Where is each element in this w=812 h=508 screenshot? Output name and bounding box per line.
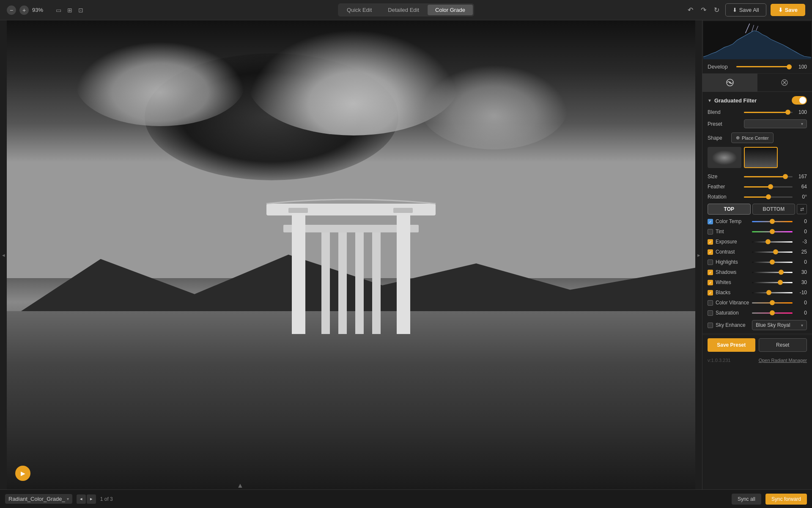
color-vibrance-slider[interactable] (752, 302, 793, 304)
feather-thumb[interactable] (768, 184, 773, 189)
shape-oval-option[interactable] (708, 147, 741, 168)
whites-slider[interactable] (752, 282, 793, 283)
contrast-checkbox[interactable] (708, 249, 713, 255)
reset-button[interactable]: Reset (759, 338, 807, 352)
saturation-checkbox[interactable] (708, 310, 713, 316)
whites-thumb[interactable] (778, 280, 783, 285)
right-panel-toggle[interactable]: ▸ (695, 20, 702, 489)
blacks-checkbox[interactable] (708, 290, 713, 295)
saturation-slider[interactable] (752, 312, 793, 314)
color-vibrance-label: Color Vibrance (716, 300, 749, 306)
sky-enhance-row: Sky Enhance Blue Sky Royal ▾ (702, 318, 812, 332)
top-segment-button[interactable]: TOP (708, 204, 751, 215)
section-chevron-icon[interactable]: ▼ (708, 98, 712, 103)
sky-enhance-checkbox[interactable] (708, 323, 713, 328)
develop-slider-thumb[interactable] (787, 64, 792, 69)
open-radiant-manager-button[interactable]: Open Radiant Manager (759, 358, 807, 363)
feather-fill (744, 186, 771, 188)
prev-image-button[interactable]: ◂ (77, 494, 86, 504)
version-text: v:1.0.3.231 (708, 358, 730, 363)
zoom-minus-button[interactable]: − (7, 6, 16, 15)
play-button[interactable]: ▶ (15, 466, 30, 481)
shape-gradient-option[interactable] (744, 147, 778, 168)
color-temp-checkbox[interactable] (708, 219, 713, 224)
contrast-slider[interactable] (752, 251, 793, 253)
tab-color-grade[interactable]: Color Grade (428, 5, 473, 15)
place-center-button[interactable]: ⊕ Place Center (731, 133, 774, 143)
swap-button[interactable]: ⇄ (797, 204, 807, 214)
preset-dropdown[interactable]: ▾ (744, 119, 807, 128)
whites-checkbox[interactable] (708, 280, 713, 285)
page-current: 1 (100, 496, 103, 502)
bottom-segment-button[interactable]: BOTTOM (752, 204, 796, 215)
contrast-label: Contrast (716, 249, 749, 255)
refresh-button[interactable]: ↻ (712, 4, 721, 16)
save-preset-button[interactable]: Save Preset (708, 338, 755, 352)
page-separator: of (104, 496, 109, 502)
compare-view-icon[interactable]: ⊡ (77, 6, 85, 14)
tint-slider[interactable] (752, 231, 793, 232)
saturation-thumb[interactable] (770, 310, 775, 315)
blend-thumb[interactable] (785, 110, 790, 115)
single-view-icon[interactable]: ▭ (54, 6, 63, 14)
rotation-thumb[interactable] (766, 194, 771, 199)
highlights-slider[interactable] (752, 262, 793, 263)
blacks-thumb[interactable] (766, 290, 771, 295)
shadows-slider[interactable] (752, 272, 793, 273)
save-all-button[interactable]: ⬇ Save All (725, 3, 766, 17)
rotation-slider[interactable] (744, 196, 793, 198)
bottom-action-row: Save Preset Reset (702, 334, 812, 355)
blend-slider[interactable] (744, 112, 793, 113)
gradient-shape (745, 148, 777, 167)
tint-thumb[interactable] (770, 229, 775, 234)
shadows-checkbox[interactable] (708, 270, 713, 275)
split-view-icon[interactable]: ⊞ (66, 6, 74, 14)
save-button[interactable]: ⬇ Save (771, 4, 805, 16)
torii-gate (262, 195, 440, 339)
feather-slider[interactable] (744, 186, 793, 188)
highlights-thumb[interactable] (770, 260, 775, 265)
left-arrow-icon: ◂ (2, 252, 5, 258)
whites-row: Whites 30 (702, 277, 812, 287)
color-vibrance-thumb[interactable] (770, 300, 775, 305)
collapse-filmstrip-button[interactable]: ▲ (237, 482, 244, 489)
tab-quick-edit[interactable]: Quick Edit (339, 5, 379, 15)
tint-checkbox[interactable] (708, 229, 713, 235)
blend-row: Blend 100 (702, 107, 812, 117)
blacks-slider[interactable] (752, 292, 793, 293)
histogram (703, 21, 811, 59)
svg-rect-6 (338, 232, 347, 334)
exposure-checkbox[interactable] (708, 239, 713, 245)
color-temp-thumb[interactable] (770, 219, 775, 224)
size-thumb[interactable] (783, 174, 788, 179)
exposure-thumb[interactable] (765, 239, 771, 244)
filmstrip-name[interactable]: Radiant_Color_Grade_ ▾ (5, 494, 72, 504)
highlights-label: Highlights (716, 259, 749, 265)
sync-forward-button[interactable]: Sync forward (765, 494, 807, 505)
exposure-slider[interactable] (752, 241, 793, 243)
next-image-button[interactable]: ▸ (87, 494, 96, 504)
tint-label: Tint (716, 229, 749, 235)
contrast-thumb[interactable] (773, 249, 778, 254)
shadows-thumb[interactable] (779, 270, 784, 275)
tab-mask-icon[interactable] (702, 74, 757, 91)
svg-rect-9 (288, 208, 308, 213)
zoom-plus-button[interactable]: + (19, 6, 29, 15)
sync-all-button[interactable]: Sync all (732, 494, 761, 505)
tab-adjust-icon[interactable] (757, 74, 812, 91)
exposure-label: Exposure (716, 239, 749, 245)
size-slider[interactable] (744, 176, 793, 177)
color-temp-slider[interactable] (752, 221, 793, 222)
sky-enhance-dropdown[interactable]: Blue Sky Royal ▾ (752, 320, 807, 330)
top-bar-left: − + 93% ▭ ⊞ ⊡ (7, 6, 85, 15)
develop-slider-track[interactable] (736, 66, 792, 67)
color-vibrance-checkbox[interactable] (708, 300, 713, 306)
redo-button[interactable]: ↷ (699, 4, 708, 16)
undo-button[interactable]: ↶ (686, 4, 695, 16)
highlights-checkbox[interactable] (708, 260, 713, 265)
left-panel-toggle[interactable]: ◂ (0, 20, 7, 489)
tab-detailed-edit[interactable]: Detailed Edit (380, 5, 427, 15)
tint-row: Tint 0 (702, 226, 812, 237)
graduated-filter-toggle[interactable] (792, 96, 807, 105)
size-row: Size 167 (702, 171, 812, 182)
